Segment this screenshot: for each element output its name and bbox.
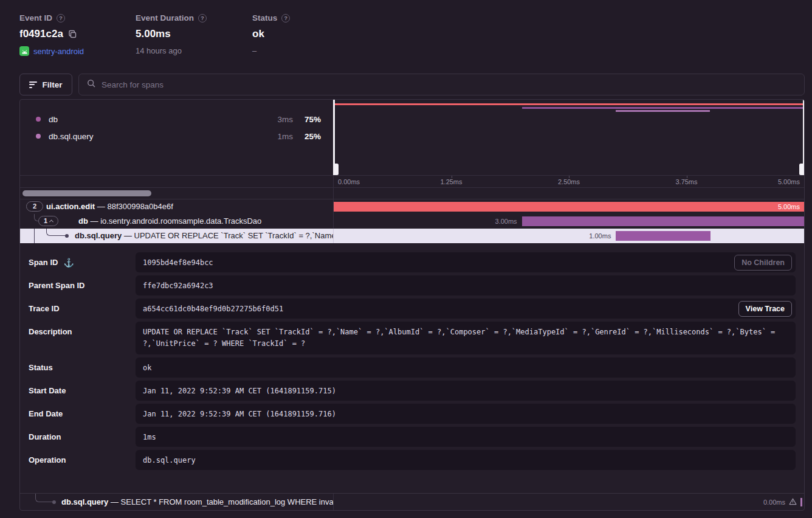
span-title: db — io.sentry.android.roomsample.data.T… <box>78 214 261 229</box>
span-duration-label: 0.00ms <box>763 499 785 506</box>
event-header: Event ID ? f0491c2a <box>19 13 368 56</box>
help-icon[interactable]: ? <box>57 14 65 22</box>
zero-width-span-bar <box>800 498 802 506</box>
event-id-label: Event ID <box>19 13 52 22</box>
minimap-span-bar <box>334 103 804 105</box>
description-value: UPDATE OR REPLACE `Track` SET `TrackId` … <box>136 322 796 354</box>
span-duration-label: 3.00ms <box>495 214 517 229</box>
time-axis: 0.00ms 1.25ms 2.50ms 3.75ms 5.00ms <box>20 175 804 188</box>
span-row-db[interactable]: 1 db — io.sentry.android.roomsample.data… <box>20 214 804 229</box>
help-icon[interactable]: ? <box>198 14 207 22</box>
minimap-span-bar <box>616 110 710 112</box>
span-count-pill[interactable]: 2 <box>26 201 43 212</box>
search-input[interactable] <box>102 80 804 89</box>
span-count-pill[interactable]: 1 <box>38 216 58 226</box>
filter-button-label: Filter <box>42 80 62 89</box>
status-subtext: – <box>252 46 256 55</box>
event-duration-value: 5.00ms <box>136 28 171 40</box>
help-icon[interactable]: ? <box>281 14 290 22</box>
span-search[interactable] <box>78 74 805 95</box>
detail-row-parent-span-id: Parent Span ID ffe7dbc92a6942c3 <box>29 275 796 295</box>
event-age: 14 hours ago <box>136 46 182 55</box>
op-color-dot <box>36 117 41 122</box>
legend-item-db-sql-query[interactable]: db.sql.query 1ms 25% <box>20 128 333 145</box>
span-title: db.sql.query — SELECT * FROM room_table_… <box>61 494 334 510</box>
span-row-ui-action-edit[interactable]: 2 ui.action.edit — 88f300998a0b4e6f 5.00… <box>20 199 804 214</box>
filter-icon <box>29 81 37 88</box>
detail-row-start-date: Start Date Jan 11, 2022 9:52:39 AM CET (… <box>29 381 796 401</box>
span-title: ui.action.edit — 88f300998a0b4e6f <box>46 199 173 214</box>
android-platform-icon <box>19 46 29 56</box>
span-row-db-sql-query-selected[interactable]: db.sql.query — UPDATE OR REPLACE `Track`… <box>20 229 804 243</box>
op-percent: 25% <box>293 132 321 141</box>
parent-span-id-value: ffe7dbc92a6942c3 <box>136 275 796 295</box>
op-name: db.sql.query <box>49 132 94 141</box>
event-id-value: f0491c2a <box>19 28 63 40</box>
detail-row-end-date: End Date Jan 11, 2022 9:52:39 AM CET (16… <box>29 404 796 424</box>
span-detail-view: Event ID ? f0491c2a <box>0 0 812 518</box>
leaf-dot <box>52 500 56 504</box>
status-column: Status ? ok – <box>252 13 368 56</box>
anchor-icon[interactable]: ⚓ <box>63 258 74 272</box>
end-date-value: Jan 11, 2022 9:52:39 AM CET (1641891159.… <box>136 404 796 424</box>
no-children-button: No Children <box>734 255 792 271</box>
span-id-value: 1095bd4ef8e94bcc No Children <box>136 252 796 272</box>
warning-icon[interactable] <box>789 498 797 506</box>
span-duration-label: 1.00ms <box>589 229 611 243</box>
scrollbar-thumb[interactable] <box>22 190 151 196</box>
detail-row-description: Description UPDATE OR REPLACE `Track` SE… <box>29 322 796 354</box>
minimap-right-handle[interactable] <box>799 100 805 175</box>
span-details: Span ID⚓ 1095bd4ef8e94bcc No Children Pa… <box>20 243 804 493</box>
span-duration-label: 5.00ms <box>778 203 800 210</box>
op-color-dot <box>36 134 41 139</box>
span-row-select-query[interactable]: db.sql.query — SELECT * FROM room_table_… <box>20 493 804 510</box>
detail-row-status: Status ok <box>29 357 796 378</box>
trace-id-value: a654cc61dc0b48ef9d0b27275b6f0d51 View Tr… <box>136 299 796 319</box>
filter-button[interactable]: Filter <box>19 74 72 95</box>
event-duration-column: Event Duration ? 5.00ms 14 hours ago <box>136 13 252 56</box>
search-icon <box>87 79 96 91</box>
status-label: Status <box>252 13 277 22</box>
axis-tick-label: 2.50ms <box>558 178 580 185</box>
copy-icon[interactable] <box>68 30 77 39</box>
detail-row-duration: Duration 1ms <box>29 427 796 447</box>
span-duration-bar: 5.00ms <box>334 202 804 212</box>
start-date-value: Jan 11, 2022 9:52:39 AM CET (1641891159.… <box>136 381 796 401</box>
op-duration: 3ms <box>266 115 293 124</box>
spans-toolbar: Filter <box>19 74 805 95</box>
overview-section: db 3ms 75% db.sql.query 1ms 25% <box>20 100 804 175</box>
axis-tick-label: 5.00ms <box>778 178 800 185</box>
tree-scrollbar <box>20 188 804 199</box>
leaf-dot <box>65 234 69 238</box>
axis-tick-label: 0.00ms <box>338 178 360 185</box>
duration-value: 1ms <box>136 427 796 447</box>
span-title: db.sql.query — UPDATE OR REPLACE `Track`… <box>75 229 334 243</box>
collapse-chevron-icon <box>49 219 53 224</box>
minimap-left-handle[interactable] <box>333 100 339 175</box>
span-tree-panel: db 3ms 75% db.sql.query 1ms 25% <box>19 99 805 511</box>
detail-row-span-id: Span ID⚓ 1095bd4ef8e94bcc No Children <box>29 252 796 272</box>
event-duration-label: Event Duration <box>136 13 194 22</box>
event-id-column: Event ID ? f0491c2a <box>19 13 136 56</box>
status-value: ok <box>252 28 264 40</box>
op-name: db <box>49 115 58 124</box>
axis-tick-label: 1.25ms <box>440 178 462 185</box>
detail-row-trace-id: Trace ID a654cc61dc0b48ef9d0b27275b6f0d5… <box>29 299 796 319</box>
detail-row-operation: Operation db.sql.query <box>29 450 796 470</box>
op-percent: 75% <box>293 115 321 124</box>
operations-legend: db 3ms 75% db.sql.query 1ms 25% <box>20 100 334 175</box>
span-duration-bar <box>616 231 710 241</box>
project-link[interactable]: sentry-android <box>33 47 84 56</box>
trace-minimap[interactable] <box>334 100 804 175</box>
legend-item-db[interactable]: db 3ms 75% <box>20 111 333 128</box>
span-duration-bar <box>522 216 804 226</box>
operation-value: db.sql.query <box>136 450 796 470</box>
op-duration: 1ms <box>266 132 293 141</box>
minimap-span-bar <box>522 107 804 109</box>
axis-tick-label: 3.75ms <box>675 178 697 185</box>
view-trace-button[interactable]: View Trace <box>738 301 792 317</box>
status-detail-value: ok <box>136 357 796 378</box>
